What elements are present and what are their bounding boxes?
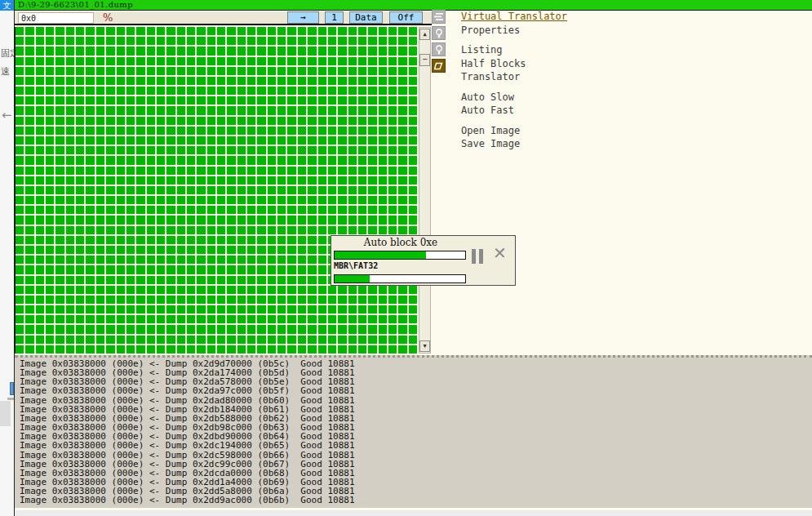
block-cell[interactable] bbox=[398, 305, 406, 314]
block-cell[interactable] bbox=[277, 325, 286, 333]
block-cell[interactable] bbox=[16, 156, 24, 164]
block-cell[interactable] bbox=[217, 136, 225, 145]
block-cell[interactable] bbox=[147, 127, 155, 135]
block-cell[interactable] bbox=[46, 336, 54, 344]
block-cell[interactable] bbox=[379, 296, 387, 304]
block-cell[interactable] bbox=[398, 156, 406, 164]
block-cell[interactable] bbox=[166, 146, 175, 154]
block-cell[interactable] bbox=[257, 315, 265, 323]
block-cell[interactable] bbox=[25, 167, 33, 175]
block-cell[interactable] bbox=[197, 206, 205, 214]
block-cell[interactable] bbox=[96, 87, 104, 95]
block-cell[interactable] bbox=[398, 96, 406, 105]
block-cell[interactable] bbox=[86, 286, 94, 294]
block-cell[interactable] bbox=[197, 345, 205, 354]
block-cell[interactable] bbox=[177, 127, 185, 135]
block-cell[interactable] bbox=[368, 196, 376, 204]
block-cell[interactable] bbox=[187, 286, 195, 294]
block-cell[interactable] bbox=[268, 216, 276, 224]
block-cell[interactable] bbox=[409, 167, 417, 175]
block-cell[interactable] bbox=[106, 77, 114, 85]
block-cell[interactable] bbox=[66, 96, 74, 105]
block-cell[interactable] bbox=[147, 196, 155, 204]
block-cell[interactable] bbox=[358, 345, 366, 354]
block-cell[interactable] bbox=[298, 236, 306, 244]
block-cell[interactable] bbox=[379, 216, 387, 224]
block-cell[interactable] bbox=[126, 117, 135, 125]
block-cell[interactable] bbox=[217, 336, 225, 344]
block-cell[interactable] bbox=[197, 305, 205, 314]
block-cell[interactable] bbox=[136, 156, 144, 164]
block-cell[interactable] bbox=[358, 206, 366, 214]
block-cell[interactable] bbox=[257, 87, 265, 95]
block-cell[interactable] bbox=[117, 96, 125, 105]
block-cell[interactable] bbox=[25, 27, 33, 35]
block-cell[interactable] bbox=[147, 146, 155, 154]
block-cell[interactable] bbox=[166, 296, 175, 304]
block-cell[interactable] bbox=[126, 156, 135, 164]
block-cell[interactable] bbox=[298, 57, 306, 65]
block-cell[interactable] bbox=[217, 77, 225, 85]
block-cell[interactable] bbox=[177, 206, 185, 214]
block-cell[interactable] bbox=[187, 146, 195, 154]
block-cell[interactable] bbox=[287, 345, 295, 354]
block-cell[interactable] bbox=[166, 67, 175, 75]
block-cell[interactable] bbox=[46, 127, 54, 135]
block-cell[interactable] bbox=[76, 117, 84, 125]
block-cell[interactable] bbox=[388, 305, 397, 314]
block-cell[interactable] bbox=[136, 296, 144, 304]
block-cell[interactable] bbox=[55, 167, 64, 175]
block-cell[interactable] bbox=[46, 96, 54, 105]
block-cell[interactable] bbox=[46, 106, 54, 114]
block-cell[interactable] bbox=[277, 336, 286, 344]
block-cell[interactable] bbox=[398, 146, 406, 154]
block-cell[interactable] bbox=[207, 176, 215, 185]
block-cell[interactable] bbox=[76, 47, 84, 55]
block-cell[interactable] bbox=[16, 286, 24, 294]
block-cell[interactable] bbox=[16, 127, 24, 135]
block-cell[interactable] bbox=[177, 146, 185, 154]
block-cell[interactable] bbox=[237, 276, 246, 284]
block-cell[interactable] bbox=[287, 176, 295, 185]
block-cell[interactable] bbox=[106, 167, 114, 175]
block-cell[interactable] bbox=[217, 47, 225, 55]
block-cell[interactable] bbox=[217, 146, 225, 154]
block-cell[interactable] bbox=[338, 315, 346, 323]
block-cell[interactable] bbox=[217, 226, 225, 234]
block-cell[interactable] bbox=[268, 276, 276, 284]
block-cell[interactable] bbox=[157, 296, 165, 304]
block-cell[interactable] bbox=[268, 96, 276, 105]
block-cell[interactable] bbox=[318, 27, 326, 35]
block-cell[interactable] bbox=[207, 96, 215, 105]
block-cell[interactable] bbox=[106, 47, 114, 55]
block-cell[interactable] bbox=[298, 27, 306, 35]
block-cell[interactable] bbox=[277, 196, 286, 204]
block-cell[interactable] bbox=[106, 146, 114, 154]
block-cell[interactable] bbox=[287, 156, 295, 164]
block-cell[interactable] bbox=[197, 136, 205, 145]
side-label-fixed[interactable]: 固定 bbox=[1, 47, 14, 60]
block-cell[interactable] bbox=[409, 296, 417, 304]
block-cell[interactable] bbox=[247, 345, 255, 354]
block-cell[interactable] bbox=[55, 146, 64, 154]
block-cell[interactable] bbox=[268, 305, 276, 314]
block-cell[interactable] bbox=[96, 226, 104, 234]
block-cell[interactable] bbox=[298, 96, 306, 105]
block-cell[interactable] bbox=[217, 296, 225, 304]
block-cell[interactable] bbox=[207, 77, 215, 85]
block-cell[interactable] bbox=[117, 127, 125, 135]
block-cell[interactable] bbox=[379, 176, 387, 185]
block-cell[interactable] bbox=[308, 127, 316, 135]
block-cell[interactable] bbox=[106, 236, 114, 244]
block-cell[interactable] bbox=[257, 156, 265, 164]
block-cell[interactable] bbox=[268, 47, 276, 55]
block-cell[interactable] bbox=[16, 345, 24, 354]
block-cell[interactable] bbox=[136, 196, 144, 204]
block-cell[interactable] bbox=[106, 336, 114, 344]
block-cell[interactable] bbox=[16, 37, 24, 45]
block-cell[interactable] bbox=[308, 286, 316, 294]
block-cell[interactable] bbox=[46, 276, 54, 284]
block-cell[interactable] bbox=[76, 305, 84, 314]
block-cell[interactable] bbox=[358, 226, 366, 234]
block-cell[interactable] bbox=[147, 37, 155, 45]
